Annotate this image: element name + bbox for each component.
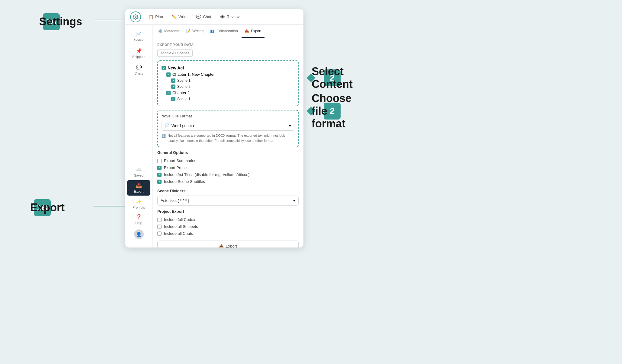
dropdown-left: 📄 Word (.docx) [165, 123, 194, 128]
checkbox-chapter1[interactable]: ✓ [166, 72, 171, 77]
tree-item-chapter1[interactable]: ✓ Chapter 1: New Chapter [162, 71, 294, 78]
export-content: EXPORT YOUR DATA Toggle All Scenes ✓ New… [152, 38, 303, 247]
checkbox-scene1-ch2[interactable]: ✓ [171, 97, 175, 101]
write-icon: ✏️ [172, 14, 177, 19]
scene-divider-chevron: ▾ [293, 198, 295, 203]
project-export-section: Project Export Include full Codex Includ… [157, 209, 299, 237]
sidebar: 📄 Codex 📌 Snippets 💬 Chats ☁️ Saved 📤 E [125, 25, 152, 247]
general-options-title: General Options [157, 150, 299, 155]
project-export-title: Project Export [157, 209, 299, 214]
export-btn-label: Export [226, 244, 237, 247]
format-note: ℹ️ Not all features are supported in DOC… [162, 133, 294, 143]
subnav-writing[interactable]: 📝 Writing [183, 25, 207, 38]
checkbox-scene2-ch1[interactable]: ✓ [171, 85, 175, 89]
export-btn-icon: 📤 [219, 244, 224, 247]
sidebar-item-snippets[interactable]: 📌 Snippets [125, 45, 152, 62]
select-content-annotation: 2 Select Content [308, 69, 341, 86]
scene-divider-selected: Asterisks ( * * * ) [161, 198, 189, 203]
subnav-export[interactable]: 📤 Export [242, 25, 265, 38]
user-avatar[interactable]: 👤 [125, 227, 152, 241]
nav-review[interactable]: 👁️ Review [216, 13, 243, 21]
tree-label-scene1-ch2: Scene 1 [177, 97, 191, 101]
scene-dividers-section: Scene Dividers Asterisks ( * * * ) ▾ [157, 189, 299, 206]
option-export-summaries[interactable]: Export Summaries [157, 157, 299, 164]
sidebar-item-chats[interactable]: 💬 Chats [125, 62, 152, 78]
main-area: 📄 Codex 📌 Snippets 💬 Chats ☁️ Saved 📤 E [125, 25, 303, 247]
scene-dividers-dropdown[interactable]: Asterisks ( * * * ) ▾ [157, 196, 299, 206]
checkbox-export-prose[interactable]: ✓ [157, 166, 162, 170]
option-label-prose: Export Prose [164, 165, 187, 170]
tree-item-new-act[interactable]: ✓ New Act [162, 65, 294, 71]
docx-icon: 📄 [165, 123, 170, 128]
checkbox-scene1-ch1[interactable]: ✓ [171, 78, 175, 83]
export-subnav-icon: 📤 [245, 29, 249, 33]
settings-annotation: Settings 1A [39, 13, 60, 30]
prompts-icon: ✨ [136, 199, 142, 204]
tree-item-scene1-ch2[interactable]: ✓ Scene 1 [162, 96, 294, 102]
nav-chat[interactable]: 💬 Chat [192, 13, 215, 21]
checkbox-include-snippets[interactable] [157, 225, 162, 229]
codex-icon: 📄 [136, 31, 142, 37]
file-format-dropdown[interactable]: 📄 Word (.docx) ▾ [162, 121, 294, 131]
tree-label-scene2-ch1: Scene 2 [177, 85, 191, 89]
sidebar-item-help[interactable]: ❓ Help [125, 212, 152, 227]
option-include-chats[interactable]: Include all Chats [157, 230, 299, 237]
chats-icon: 💬 [136, 65, 142, 70]
sidebar-item-prompts[interactable]: ✨ Prompts [125, 196, 152, 212]
export-action-button[interactable]: 📤 Export [157, 241, 299, 247]
file-format-section: Novel File Format 📄 Word (.docx) ▾ ℹ️ No… [157, 110, 299, 147]
option-label-codex: Include full Codex [164, 217, 195, 222]
option-label-snippets: Include all Snippets [164, 224, 198, 229]
content-area: ⚙️ Metadata 📝 Writing 👥 Collaboration 📤 … [152, 25, 303, 247]
plan-icon: 📋 [148, 14, 153, 19]
option-include-snippets[interactable]: Include all Snippets [157, 223, 299, 230]
option-export-prose[interactable]: ✓ Export Prose [157, 164, 299, 171]
checkbox-include-act-titles[interactable]: ✓ [157, 173, 162, 177]
tree-item-chapter2[interactable]: ✓ Chapter 2 [162, 90, 294, 96]
chat-icon: 💬 [196, 14, 201, 19]
export-annotation: Export 1B [30, 199, 51, 216]
checkbox-include-codex[interactable] [157, 218, 162, 222]
checkbox-new-act[interactable]: ✓ [162, 66, 166, 70]
nav-write[interactable]: ✏️ Write [168, 13, 191, 21]
general-options-section: General Options Export Summaries ✓ Expor… [157, 150, 299, 185]
sub-nav: ⚙️ Metadata 📝 Writing 👥 Collaboration 📤 … [152, 25, 303, 38]
saved-icon: ☁️ [136, 167, 142, 172]
writing-icon: 📝 [186, 29, 191, 33]
settings-label: Settings [39, 15, 82, 28]
toggle-all-button[interactable]: Toggle All Scenes [157, 49, 193, 57]
content-tree: ✓ New Act ✓ Chapter 1: New Chapter ✓ Sce… [157, 60, 299, 106]
selected-format: Word (.docx) [172, 123, 194, 128]
sidebar-item-saved[interactable]: ☁️ Saved [125, 164, 152, 180]
tree-label-chapter2: Chapter 2 [172, 91, 190, 95]
choose-format-label: Choose file format [312, 92, 351, 130]
tree-item-scene1-ch1[interactable]: ✓ Scene 1 [162, 78, 294, 84]
settings-icon-button[interactable] [130, 11, 141, 22]
export-icon: 📤 [136, 183, 142, 188]
checkbox-chapter2[interactable]: ✓ [166, 91, 171, 95]
option-include-codex[interactable]: Include full Codex [157, 216, 299, 223]
sidebar-item-export[interactable]: 📤 Export [127, 180, 150, 196]
help-icon: ❓ [136, 214, 142, 220]
file-format-label: Novel File Format [162, 114, 294, 118]
tree-item-scene2-ch1[interactable]: ✓ Scene 2 [162, 84, 294, 90]
sidebar-item-codex[interactable]: 📄 Codex [125, 28, 152, 45]
nav-plan[interactable]: 📋 Plan [145, 13, 167, 21]
scene-dividers-title: Scene Dividers [157, 189, 299, 193]
app-window: 📋 Plan ✏️ Write 💬 Chat 👁️ Review 📄 Codex… [125, 9, 303, 247]
option-include-act-titles[interactable]: ✓ Include Act Titles (disable for e.g. V… [157, 171, 299, 178]
tree-label-chapter1: Chapter 1: New Chapter [172, 72, 215, 77]
subnav-metadata[interactable]: ⚙️ Metadata [155, 25, 182, 38]
checkbox-include-scene-subtitles[interactable]: ✓ [157, 180, 162, 184]
metadata-icon: ⚙️ [158, 29, 162, 33]
subnav-collaboration[interactable]: 👥 Collaboration [207, 25, 241, 38]
format-note-text: Not all features are supported in DOCX f… [168, 133, 294, 143]
checkbox-include-chats[interactable] [157, 231, 162, 236]
select-content-label: Select Content [312, 65, 353, 91]
collaboration-icon: 👥 [210, 29, 215, 33]
option-label-chats: Include all Chats [164, 231, 193, 236]
info-icon: ℹ️ [162, 133, 166, 143]
checkbox-export-summaries[interactable] [157, 159, 162, 163]
choose-format-annotation: 2 Choose file format [308, 103, 341, 120]
option-include-scene-subtitles[interactable]: ✓ Include Scene Subtitles [157, 178, 299, 185]
